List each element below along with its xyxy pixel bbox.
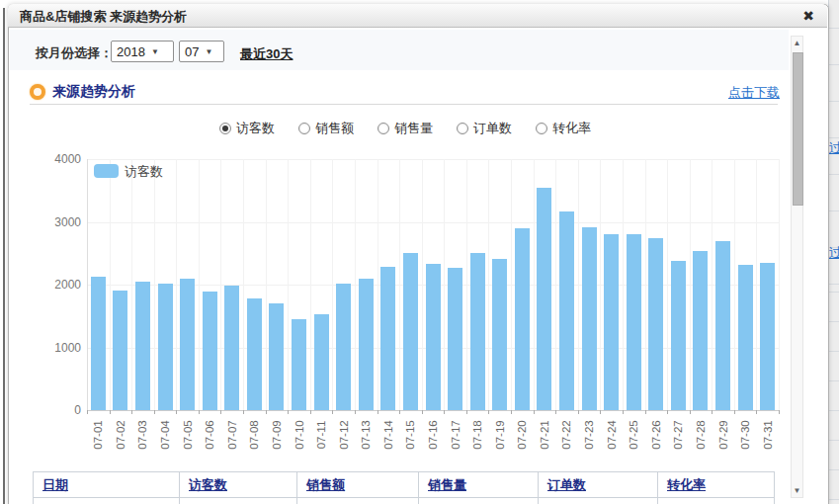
table-header-label[interactable]: 订单数 [547, 477, 586, 492]
table-header-row: 日期访客数销售额销售量订单数转化率 [34, 472, 775, 498]
dialog-title: 商品&店铺搜索 来源趋势分析 [20, 8, 187, 26]
background-grid-line [829, 174, 839, 175]
metric-radio-group: 访客数销售额销售量订单数转化率 [30, 120, 781, 137]
background-grid-line [829, 499, 839, 500]
month-select[interactable]: 07 ▼ [179, 41, 224, 62]
metric-radio-label: 销售量 [394, 120, 433, 137]
metric-radio-label: 访客数 [236, 120, 275, 137]
table-cell [419, 498, 539, 504]
month-select-value: 07 [185, 44, 199, 59]
chevron-down-icon: ▼ [205, 47, 212, 56]
background-partial-link[interactable]: 过 [829, 139, 839, 155]
daily-metrics-table: 日期访客数销售额销售量订单数转化率 [33, 471, 775, 504]
table-header-label[interactable]: 访客数 [189, 477, 227, 492]
table-header-label[interactable]: 日期 [42, 477, 68, 492]
metric-radio-4[interactable]: 转化率 [536, 120, 591, 137]
section-title: 来源趋势分析 [52, 83, 135, 101]
year-select-value: 2018 [117, 44, 145, 59]
background-partial-link[interactable]: 过 [829, 244, 839, 260]
background-grid-line [829, 469, 839, 470]
section-divider [30, 104, 778, 105]
table-header-0[interactable]: 日期 [34, 472, 180, 498]
table-header-label[interactable]: 销售量 [428, 477, 466, 492]
close-icon[interactable]: ✖ [799, 7, 817, 25]
background-grid-line [829, 137, 839, 138]
recent-30-days-link[interactable]: 最近30天 [240, 45, 293, 63]
table-header-3[interactable]: 销售量 [419, 472, 539, 498]
background-grid-line [829, 64, 839, 65]
section-bullet-icon [30, 84, 45, 100]
metric-radio-label: 转化率 [552, 120, 591, 137]
dialog-titlebar[interactable]: 商品&店铺搜索 来源趋势分析 ✖ [8, 4, 827, 28]
metric-radio-label: 订单数 [473, 120, 512, 137]
table-row [34, 498, 775, 504]
year-select[interactable]: 2018 ▼ [111, 41, 174, 62]
table-cell [539, 498, 658, 504]
background-page-edge [3, 8, 5, 504]
background-grid-line [829, 210, 839, 211]
scrollbar-thumb[interactable] [793, 52, 803, 206]
table-cell [180, 498, 297, 504]
table-cell [658, 498, 775, 504]
radio-icon[interactable] [457, 123, 468, 134]
screen: { "dialog": { "title": "商品&店铺搜索 来源趋势分析",… [0, 0, 839, 504]
table-cell [297, 498, 419, 504]
legend-swatch[interactable] [94, 164, 119, 178]
radio-icon[interactable] [298, 123, 310, 134]
radio-icon[interactable] [378, 123, 389, 134]
background-grid-line [829, 380, 839, 381]
table-header-4[interactable]: 订单数 [539, 472, 658, 498]
metric-radio-2[interactable]: 销售量 [378, 120, 433, 137]
table-header-label[interactable]: 转化率 [667, 477, 706, 492]
metric-radio-3[interactable]: 订单数 [457, 120, 512, 137]
background-grid-line [829, 28, 839, 29]
scrollbar-down-icon[interactable]: ▼ [792, 484, 802, 497]
metric-radio-0[interactable]: 访客数 [219, 120, 275, 137]
background-grid-line [829, 440, 839, 441]
chevron-down-icon: ▼ [151, 47, 159, 56]
table-cell [34, 498, 180, 504]
table-header-5[interactable]: 转化率 [658, 472, 775, 498]
background-grid-line [829, 351, 839, 352]
table-header-1[interactable]: 访客数 [180, 472, 297, 498]
legend-label[interactable]: 访客数 [125, 163, 163, 181]
radio-selected-icon[interactable] [219, 123, 231, 134]
scrollbar-up-icon[interactable]: ▲ [792, 37, 802, 49]
table-header-2[interactable]: 销售额 [297, 472, 419, 498]
metric-radio-1[interactable]: 销售额 [298, 120, 354, 137]
background-grid-line [829, 284, 839, 285]
trend-analysis-dialog [8, 4, 829, 504]
table-header-label[interactable]: 销售额 [306, 477, 345, 492]
metric-radio-label: 销售额 [315, 120, 354, 137]
background-grid-line [829, 321, 839, 322]
background-grid-line [829, 101, 839, 102]
radio-icon[interactable] [536, 123, 547, 134]
month-filter-label: 按月份选择： [36, 44, 113, 62]
dialog-scrollbar[interactable]: ▲ ▼ [791, 36, 803, 498]
background-grid-line [829, 292, 839, 293]
background-grid-line [829, 410, 839, 411]
download-link[interactable]: 点击下载 [728, 84, 780, 102]
